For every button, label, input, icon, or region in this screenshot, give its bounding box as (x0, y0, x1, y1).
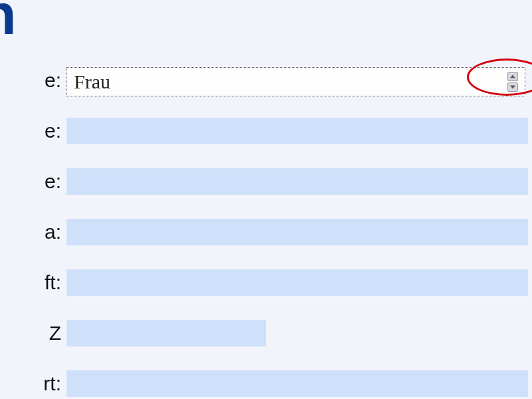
page-title-fragment: n (0, 0, 15, 43)
form-row: ft: (0, 267, 532, 298)
field-label: e: (0, 170, 66, 193)
form-row: a: (0, 217, 532, 247)
text-field-short[interactable] (66, 320, 266, 346)
field-label: Z (0, 322, 66, 344)
field-label: ft: (0, 271, 66, 294)
chevron-up-icon (510, 74, 515, 78)
salutation-combo[interactable]: Frau (66, 67, 525, 96)
form-row: Z (0, 318, 532, 348)
text-field[interactable] (66, 118, 528, 144)
salutation-value: Frau (74, 70, 110, 93)
spinner-up-button[interactable] (507, 72, 518, 81)
form-row-salutation: e: Frau (0, 65, 532, 96)
chevron-down-icon (510, 85, 515, 89)
text-field[interactable] (66, 269, 528, 296)
field-label: e: (0, 120, 66, 142)
text-field[interactable] (66, 168, 528, 195)
field-label: rt: (0, 372, 66, 395)
form-row: e: (0, 116, 532, 146)
form-row: rt: (0, 368, 532, 399)
form-row: e: (0, 166, 532, 197)
text-field[interactable] (66, 219, 528, 245)
field-label: a: (0, 221, 66, 243)
combo-spinner (507, 72, 519, 92)
form: e: Frau e: e: a: f (0, 65, 532, 399)
spinner-down-button[interactable] (507, 82, 518, 92)
text-field[interactable] (66, 370, 528, 397)
field-label: e: (0, 69, 66, 92)
